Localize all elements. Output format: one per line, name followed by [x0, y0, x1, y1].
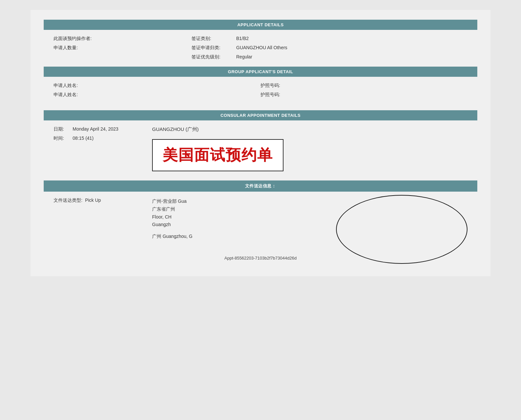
name1-label: 申请人姓名:: [54, 83, 106, 89]
visa-type-value: B1/B2: [236, 36, 249, 41]
delivery-section: 文件送达信息： 文件送达类型: Pick Up 广州-营业部 Gua 广东省广州…: [44, 180, 477, 246]
passport2-label: 护照号码:: [260, 92, 313, 98]
visa-type-row: 签证类别: B1/B2: [192, 36, 467, 42]
appointment-id: Appt-85562203-7103b2f7b73044d26d: [44, 250, 477, 263]
address-line4: Guangzh: [152, 221, 467, 229]
group-col-left: 申请人姓名: 申请人姓名:: [54, 83, 260, 101]
passport1-label: 护照号码:: [260, 83, 313, 89]
name2-label: 申请人姓名:: [54, 92, 106, 98]
visa-category-row: 签证申请归类: GUANGZHOU All Others: [192, 45, 467, 51]
consular-body: 日期: Monday April 24, 2023 时间: 08:15 (41)…: [44, 120, 477, 177]
applicant-col-right: 签证类别: B1/B2 签证申请归类: GUANGZHOU All Others…: [192, 36, 467, 60]
visa-type-label: 签证类别:: [192, 36, 234, 42]
count-row: 申请人数量:: [54, 45, 192, 51]
address-line3: Floor, CH: [152, 213, 467, 221]
stamp-text: 美国面试预约单: [163, 146, 273, 163]
delivery-body: 文件送达类型: Pick Up 广州-营业部 Gua 广东省广州 Floor, …: [44, 192, 477, 246]
consular-right: GUANGZHOU (广州) 美国面试预约单: [152, 126, 467, 171]
passport2-row: 护照号码:: [260, 92, 467, 98]
name1-row: 申请人姓名:: [54, 83, 260, 89]
delivery-left: 文件送达类型: Pick Up: [54, 198, 139, 203]
applicant-col-left: 此面谈预约操作者: 申请人数量:: [54, 36, 192, 60]
count-label: 申请人数量:: [54, 45, 106, 51]
visa-category-label: 签证申请归类:: [192, 45, 234, 51]
applicant-details-header: APPLICANT DETAILS: [44, 20, 477, 30]
address-line1: 广州-营业部 Gua: [152, 198, 467, 205]
group-col-right: 护照号码: 护照号码:: [260, 83, 467, 101]
group-details-body: 申请人姓名: 申请人姓名: 护照号码: 护照号码:: [44, 77, 477, 107]
applicant-details-body: 此面谈预约操作者: 申请人数量: 签证类别: B1/B2 签证申请归类: GUA…: [44, 30, 477, 63]
consular-time-row: 时间: 08:15 (41): [54, 136, 139, 141]
address-block: 广州-营业部 Gua 广东省广州 Floor, CH Guangzh 广州 Gu…: [152, 198, 467, 241]
consular-date-value: Monday April 24, 2023: [73, 126, 118, 132]
visa-priority-row: 签证优先级别: Regular: [192, 54, 467, 60]
consular-date-row: 日期: Monday April 24, 2023: [54, 126, 139, 132]
delivery-type-row: 文件送达类型: Pick Up: [54, 198, 139, 203]
consular-left: 日期: Monday April 24, 2023 时间: 08:15 (41): [54, 126, 139, 141]
delivery-type-value: Pick Up: [85, 198, 101, 203]
operator-row: 此面谈预约操作者:: [54, 36, 192, 42]
visa-priority-label: 签证优先级别:: [192, 54, 234, 60]
address-line2: 广东省广州: [152, 205, 467, 213]
delivery-type-label: 文件送达类型:: [54, 198, 82, 203]
name2-row: 申请人姓名:: [54, 92, 260, 98]
city-line: 广州 Guangzhou, G: [152, 233, 467, 241]
delivery-header: 文件送达信息：: [44, 180, 477, 192]
applicant-details-section: APPLICANT DETAILS 此面谈预约操作者: 申请人数量: 签证类别:…: [44, 20, 477, 63]
page-container: APPLICANT DETAILS 此面谈预约操作者: 申请人数量: 签证类别:…: [31, 10, 490, 276]
group-details-section: GROUP APPLICANT'S DETAIL 申请人姓名: 申请人姓名: 护…: [44, 67, 477, 107]
consular-section: CONSULAR APPOINTMENT DETAILS 日期: Monday …: [44, 110, 477, 177]
delivery-right: 广州-营业部 Gua 广东省广州 Floor, CH Guangzh 广州 Gu…: [152, 198, 467, 241]
visa-category-value: GUANGZHOU All Others: [236, 45, 287, 50]
consular-time-value: 08:15 (41): [73, 136, 94, 141]
operator-label: 此面谈预约操作者:: [54, 36, 106, 42]
passport1-row: 护照号码:: [260, 83, 467, 89]
consular-date-label: 日期:: [54, 126, 70, 132]
consular-location: GUANGZHOU (广州): [152, 126, 467, 133]
consular-header: CONSULAR APPOINTMENT DETAILS: [44, 110, 477, 120]
consular-time-label: 时间:: [54, 136, 70, 141]
group-details-header: GROUP APPLICANT'S DETAIL: [44, 67, 477, 77]
stamp-box: 美国面试预约单: [152, 139, 283, 171]
visa-priority-value: Regular: [236, 54, 252, 59]
